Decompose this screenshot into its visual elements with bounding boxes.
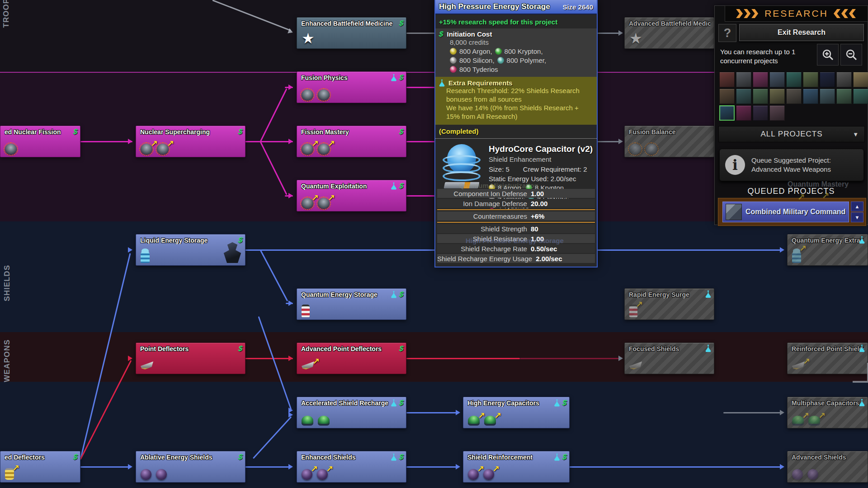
category-tile-1[interactable]: [719, 72, 735, 87]
node-icons: [629, 144, 710, 155]
queue-move-up-button[interactable]: ▲: [851, 202, 863, 211]
node-icons: ↗↗: [468, 469, 566, 480]
category-tile-14[interactable]: [786, 89, 802, 104]
tooltip-size-value: Size 2640: [562, 3, 593, 11]
queue-move-down-button[interactable]: ▼: [851, 212, 863, 222]
tech-node-title: Fusion Physics: [301, 74, 402, 81]
resource-line: 800 Tyderios: [439, 66, 593, 73]
capstriped-item-icon: [302, 305, 310, 317]
node-icons: ↗↗: [302, 469, 402, 480]
chevrons-right-icon: [736, 9, 759, 18]
tech-node-advanced-shields[interactable]: Advanced Shields: [787, 451, 868, 483]
credits-icon: $: [398, 19, 404, 27]
category-tile-19[interactable]: [719, 105, 735, 121]
tech-node-enhanced-shields[interactable]: Enhanced Shields$↗↗: [297, 451, 406, 483]
node-icons: [302, 89, 402, 100]
dome-item-icon: ↗: [468, 416, 480, 426]
research-tree-screen: Enhanced Battlefield Medicine$Advanced B…: [0, 0, 868, 488]
queued-projects-box: Combined Military Command ▲ ▼: [717, 197, 867, 226]
credits-icon: $: [237, 453, 243, 461]
credits-icon: $: [561, 453, 567, 461]
category-tile-15[interactable]: [803, 89, 818, 104]
upgrade-arrow-icon: ↗: [326, 464, 333, 474]
dome-gfx: [318, 416, 330, 426]
tech-node-advanced-point-deflectors[interactable]: Advanced Point Deflectors$↗: [297, 343, 406, 374]
tech-node-fusion-balance[interactable]: Fusion Balance: [624, 126, 714, 157]
tech-node-nuclear-fission[interactable]: ed Nuclear Fission$: [0, 126, 80, 157]
category-tile-22[interactable]: [769, 105, 785, 121]
category-tile-7[interactable]: [820, 72, 835, 87]
category-tile-10[interactable]: [719, 89, 735, 104]
capblue-gfx: [141, 251, 150, 263]
tech-node-liquid-energy-storage[interactable]: Liquid Energy Storage$: [136, 234, 245, 266]
tech-node-shield-reinforcement[interactable]: Shield Reinforcement$↗↗: [463, 451, 570, 483]
category-tile-3[interactable]: [753, 72, 768, 87]
zoom-in-button[interactable]: [817, 44, 839, 66]
orb-item-icon: ↗: [468, 469, 479, 480]
tooltip-title-bar: High Pressure Energy Storage Size 2640: [435, 0, 597, 14]
node-badges: $: [391, 399, 403, 407]
tech-node-enhanced-battlefield-medicine[interactable]: Enhanced Battlefield Medicine$: [297, 17, 406, 49]
tech-node-advanced-battlefield-medicine[interactable]: Advanced Battlefield Medic: [624, 17, 714, 49]
research-flask-icon: [391, 454, 397, 461]
frame-corner-bracket: [853, 363, 868, 383]
project-thumbnail: [726, 204, 742, 220]
stat-row: Countermeasures+6%: [437, 211, 595, 221]
node-icons: [5, 144, 76, 155]
research-flask-icon: [705, 291, 711, 298]
tech-node-rapid-energy-surge[interactable]: Rapid Energy Surge↗: [624, 288, 714, 320]
category-tile-13[interactable]: [769, 89, 785, 104]
item-stats-table: Component Ion Defense1.00Ion Damage Defe…: [437, 188, 595, 263]
tech-node-quantum-exploitation[interactable]: Quantum Exploitation$↗↗: [297, 180, 406, 211]
orb-item-icon: ↗: [483, 469, 494, 480]
tech-node-deflectors[interactable]: ed Deflectors$↗: [0, 451, 80, 483]
category-tile-21[interactable]: [753, 105, 768, 121]
category-tile-6[interactable]: [803, 72, 818, 87]
tech-node-quantum-energy-storage[interactable]: Quantum Energy Storage$: [297, 288, 406, 320]
item-crew: Crew Requirement: 2: [523, 165, 587, 173]
category-tile-16[interactable]: [820, 89, 835, 104]
tech-node-title: Advanced Shields: [792, 454, 864, 461]
tech-node-quantum-energy-extraction[interactable]: Quantum Energy Extract↗: [787, 234, 868, 266]
category-tile-2[interactable]: [736, 72, 751, 87]
category-tile-20[interactable]: [736, 105, 751, 121]
exit-research-button[interactable]: Exit Research: [739, 24, 864, 41]
node-badges: [705, 291, 711, 298]
category-tile-9[interactable]: [853, 72, 868, 87]
node-badges: [859, 399, 865, 406]
stat-value: 1.00: [531, 235, 544, 243]
tech-node-accelerated-shield-recharge[interactable]: Accelerated Shield Recharge$: [297, 397, 406, 428]
tech-node-focused-shields[interactable]: Focused Shields: [624, 343, 714, 374]
all-projects-dropdown[interactable]: ALL PROJECTS ▼: [718, 126, 865, 142]
zoom-out-button[interactable]: [840, 44, 862, 66]
tech-node-multiphase-capacitors[interactable]: Multiphase Capacitors↗↗: [787, 397, 868, 428]
category-tile-17[interactable]: [836, 89, 852, 104]
category-tile-18[interactable]: [853, 89, 868, 104]
initiation-cost-label: Initiation Cost: [447, 30, 492, 38]
tech-node-fusion-physics[interactable]: Fusion Physics$: [297, 71, 406, 103]
category-tile-4[interactable]: [769, 72, 785, 87]
tech-node-ablative-energy-shields[interactable]: Ablative Energy Shields$: [136, 451, 245, 483]
queue-suggested-button[interactable]: i Queue Suggested Project: Advanced Wave…: [719, 149, 864, 181]
research-flask-icon: [391, 183, 397, 190]
tech-node-fission-mastery[interactable]: Fission Mastery$↗↗: [297, 126, 406, 157]
tech-node-high-energy-capacitors[interactable]: High Energy Capacitors$↗↗: [463, 397, 570, 428]
category-tile-12[interactable]: [753, 89, 768, 104]
node-badges: $: [399, 128, 403, 136]
research-speed-bonus: +15% research speed for this project: [435, 14, 597, 28]
capblue-item-icon: [141, 249, 150, 263]
help-button[interactable]: ?: [718, 24, 736, 42]
category-tile-11[interactable]: [736, 89, 751, 104]
tech-node-point-deflectors[interactable]: Point Deflectors$: [136, 343, 245, 374]
stat-row: Shield Resistance1.00: [437, 234, 595, 243]
category-tile-5[interactable]: [786, 72, 802, 87]
credits-icon: $: [398, 74, 404, 81]
node-icons: [302, 416, 402, 426]
tooltip-title: High Pressure Energy Storage: [439, 2, 550, 11]
tech-node-title: Focused Shields: [629, 345, 710, 352]
stat-value: 20.00: [531, 200, 548, 207]
tech-node-nuclear-supercharging[interactable]: Nuclear Supercharging$↗↗: [136, 126, 245, 157]
queued-project-item[interactable]: Combined Military Command: [722, 202, 849, 222]
category-tile-8[interactable]: [836, 72, 852, 87]
queued-projects-heading: QUEUED PROJECTS: [715, 187, 868, 196]
